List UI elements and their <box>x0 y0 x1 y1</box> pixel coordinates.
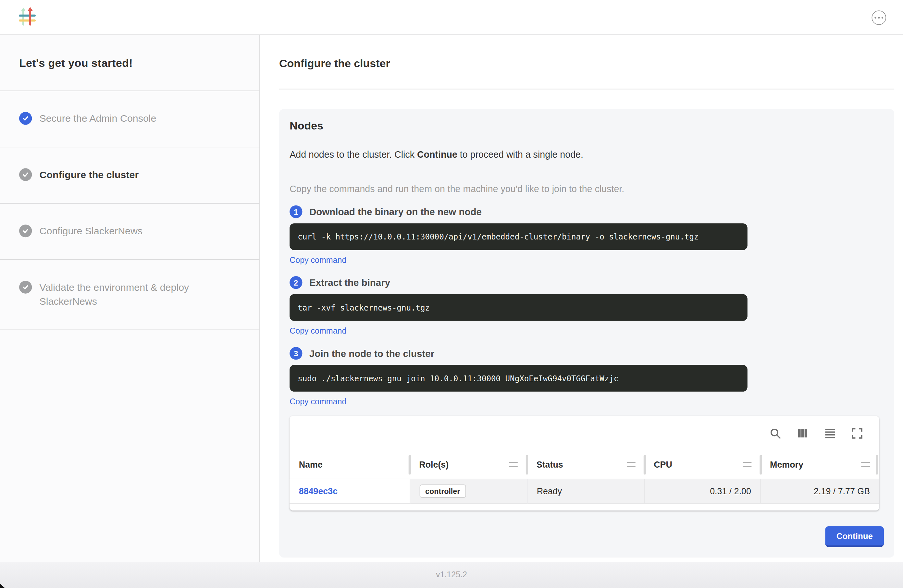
node-cpu-cell: 0.31 / 2.00 <box>645 479 761 503</box>
node-name-cell: 8849ec3c <box>289 479 410 503</box>
column-resize-handle[interactable] <box>876 454 878 475</box>
column-resize-handle[interactable] <box>643 454 646 475</box>
top-bar <box>0 0 903 35</box>
sidebar-item-validate-deploy: Validate the environment & deploy Slacke… <box>0 259 260 330</box>
table-row: 8849ec3c controller Ready 0.31 / 2.00 2.… <box>289 479 879 503</box>
step-3: 3 Join the node to the cluster sudo ./sl… <box>289 346 884 407</box>
node-name-link[interactable]: 8849ec3c <box>299 486 338 495</box>
sidebar-item-configure-cluster: Configure the cluster <box>0 147 260 203</box>
column-resize-handle[interactable] <box>526 454 529 475</box>
column-header-roles[interactable]: Role(s) <box>410 451 527 479</box>
footer: v1.125.2 <box>0 562 903 588</box>
continue-button[interactable]: Continue <box>826 526 884 547</box>
slackernews-logo-icon <box>19 7 36 27</box>
column-resize-handle[interactable] <box>760 454 762 475</box>
step-1-title: Download the binary on the new node <box>309 206 482 217</box>
column-drag-handle-icon[interactable] <box>509 462 518 467</box>
column-resize-handle[interactable] <box>409 454 411 475</box>
title-divider <box>279 89 894 90</box>
column-header-status[interactable]: Status <box>527 451 644 479</box>
sidebar-item-label: Validate the environment & deploy Slacke… <box>39 281 244 308</box>
column-header-memory[interactable]: Memory <box>760 451 879 479</box>
node-memory-cell: 2.19 / 7.77 GB <box>760 479 879 503</box>
sidebar-item-configure-slackernews: Configure SlackerNews <box>0 203 260 259</box>
step-2-command-code-block: tar -xvf slackernews-gnu.tgz <box>289 294 747 321</box>
step-2: 2 Extract the binary tar -xvf slackernew… <box>289 275 884 336</box>
step-3-title: Join the node to the cluster <box>309 348 434 359</box>
step-3-number-badge: 3 <box>289 347 302 360</box>
columns-icon <box>798 428 808 439</box>
nodes-table-panel: Name Role(s) Status <box>289 416 879 511</box>
column-drag-handle-icon[interactable] <box>626 462 635 467</box>
step-2-title: Extract the binary <box>309 277 390 288</box>
fullscreen-button[interactable] <box>851 428 863 439</box>
step-1-command-code-block: curl -k https://10.0.0.11:30000/api/v1/e… <box>289 223 747 250</box>
nodes-table: Name Role(s) Status <box>289 451 879 503</box>
copy-instruction: Copy the commands and run them on the ma… <box>289 184 884 194</box>
search-icon <box>770 428 781 439</box>
step-3-command-code-block: sudo ./slackernews-gnu join 10.0.0.11:30… <box>289 365 747 391</box>
fullscreen-icon <box>852 428 862 439</box>
column-header-name[interactable]: Name <box>289 451 410 479</box>
check-circle-icon <box>19 112 32 124</box>
sidebar-item-label: Configure the cluster <box>39 168 139 182</box>
role-chip: controller <box>419 484 466 497</box>
mouse-cursor <box>0 584 5 588</box>
ellipsis-icon <box>875 17 876 19</box>
admin-console-page: Let's get you started! Secure the Admin … <box>0 0 903 588</box>
density-icon <box>824 428 835 439</box>
check-circle-icon <box>19 168 32 181</box>
step-1: 1 Download the binary on the new node cu… <box>289 205 884 265</box>
show-columns-button[interactable] <box>797 428 809 439</box>
main-content: Configure the cluster Nodes Add nodes to… <box>260 35 903 562</box>
node-status-cell: Ready <box>527 479 644 503</box>
table-header-row: Name Role(s) Status <box>289 451 879 479</box>
check-circle-icon <box>19 225 32 237</box>
density-toggle-button[interactable] <box>824 428 836 439</box>
column-header-cpu[interactable]: CPU <box>645 451 761 479</box>
sidebar-item-label: Secure the Admin Console <box>39 112 156 126</box>
check-circle-icon <box>19 281 32 293</box>
sidebar-heading: Let's get you started! <box>0 35 260 91</box>
column-drag-handle-icon[interactable] <box>743 462 751 467</box>
step-1-number-badge: 1 <box>289 205 302 218</box>
step-1-copy-command-link[interactable]: Copy command <box>289 255 346 265</box>
node-roles-cell: controller <box>410 479 527 503</box>
nodes-card: Nodes Add nodes to the cluster. Click Co… <box>279 109 894 557</box>
nodes-heading: Nodes <box>289 119 884 132</box>
sidebar-item-secure-admin-console: Secure the Admin Console <box>0 91 260 147</box>
step-2-number-badge: 2 <box>289 276 302 289</box>
step-2-copy-command-link[interactable]: Copy command <box>289 326 346 335</box>
version-text: v1.125.2 <box>436 570 467 579</box>
search-button[interactable] <box>769 428 781 439</box>
table-toolbar <box>289 416 879 451</box>
step-3-copy-command-link[interactable]: Copy command <box>289 397 346 406</box>
nodes-intro: Add nodes to the cluster. Click Continue… <box>289 149 884 160</box>
column-drag-handle-icon[interactable] <box>861 462 870 467</box>
overflow-menu-button[interactable] <box>872 10 886 25</box>
page-title: Configure the cluster <box>260 35 903 70</box>
setup-steps-sidebar: Let's get you started! Secure the Admin … <box>0 35 260 562</box>
sidebar-item-label: Configure SlackerNews <box>39 225 143 239</box>
